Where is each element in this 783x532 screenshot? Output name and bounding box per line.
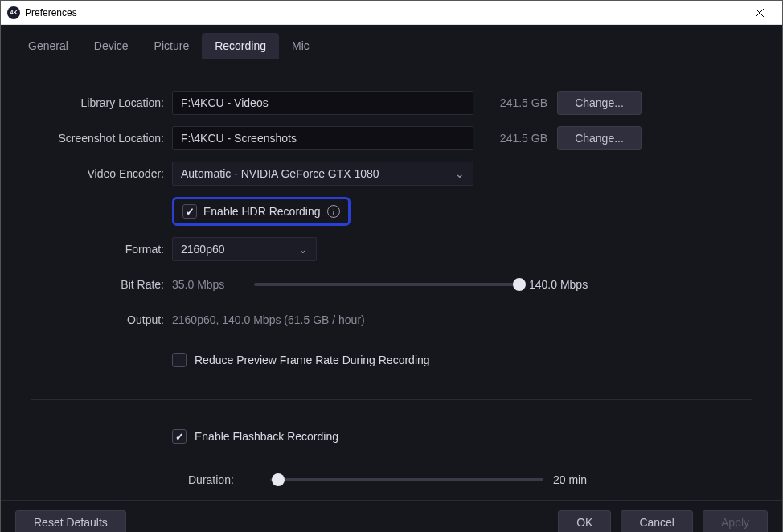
button-bar: Reset Defaults OK Cancel Apply [1,500,782,532]
output-value: 2160p60, 140.0 Mbps (61.5 GB / hour) [172,313,365,326]
format-label: Format: [31,243,172,256]
screenshot-size: 241.5 GB [483,132,547,145]
titlebar: 4K Preferences [1,1,782,25]
apply-button[interactable]: Apply [703,510,768,533]
tab-bar: General Device Picture Recording Mic [1,25,782,59]
library-location-label: Library Location: [31,96,172,109]
window-title: Preferences [25,7,744,18]
preferences-window: 4K Preferences General Device Picture Re… [0,0,783,532]
duration-label: Duration: [188,473,260,486]
output-label: Output: [31,313,172,326]
bitrate-min: 35.0 Mbps [172,278,244,291]
library-location-row: Library Location: 241.5 GB Change... [31,91,752,115]
duration-value: 20 min [553,473,633,486]
flashback-checkbox[interactable] [172,429,187,444]
library-size: 241.5 GB [483,96,547,109]
bitrate-row: Bit Rate: 35.0 Mbps 140.0 Mbps [31,272,752,297]
screenshot-location-row: Screenshot Location: 241.5 GB Change... [31,126,752,150]
bitrate-label: Bit Rate: [31,278,172,291]
reduce-preview-row: Reduce Preview Frame Rate During Recordi… [31,348,752,372]
screenshot-location-input[interactable] [172,126,473,150]
tab-recording[interactable]: Recording [202,33,279,59]
format-row: Format: 2160p60 ⌄ [31,237,752,261]
bitrate-max: 140.0 Mbps [529,278,609,291]
reduce-preview-checkbox[interactable] [172,353,187,367]
hdr-checkbox[interactable] [182,204,197,219]
flashback-label: Enable Flashback Recording [195,430,338,443]
video-encoder-value: Automatic - NVIDIA GeForce GTX 1080 [181,167,379,180]
app-icon: 4K [7,6,20,19]
video-encoder-label: Video Encoder: [31,167,172,180]
screenshot-change-button[interactable]: Change... [557,126,642,150]
video-encoder-select[interactable]: Automatic - NVIDIA GeForce GTX 1080 ⌄ [172,162,473,186]
settings-panel: Library Location: 241.5 GB Change... Scr… [1,59,782,500]
divider [31,399,752,400]
output-row: Output: 2160p60, 140.0 Mbps (61.5 GB / h… [31,308,752,332]
duration-thumb[interactable] [272,473,285,486]
bitrate-thumb[interactable] [513,278,526,291]
tab-device[interactable]: Device [81,33,141,59]
content-area: General Device Picture Recording Mic Lib… [1,25,782,532]
duration-slider[interactable] [270,478,543,481]
tab-mic[interactable]: Mic [279,33,322,59]
format-value: 2160p60 [181,243,225,256]
chevron-down-icon: ⌄ [298,243,308,256]
ok-button[interactable]: OK [558,510,611,533]
chevron-down-icon: ⌄ [455,167,465,180]
reduce-preview-label: Reduce Preview Frame Rate During Recordi… [195,354,430,366]
tab-general[interactable]: General [15,33,81,59]
close-icon [756,9,764,17]
format-select[interactable]: 2160p60 ⌄ [172,237,317,261]
hdr-highlight-box: Enable HDR Recording i [172,197,351,226]
library-change-button[interactable]: Change... [557,91,642,115]
screenshot-location-label: Screenshot Location: [31,132,172,145]
tab-picture[interactable]: Picture [141,33,203,59]
close-button[interactable] [744,1,776,25]
cancel-button[interactable]: Cancel [621,510,693,533]
flashback-enable-row: Enable Flashback Recording [31,424,752,448]
bitrate-slider[interactable] [254,283,519,286]
video-encoder-row: Video Encoder: Automatic - NVIDIA GeForc… [31,162,752,186]
reset-defaults-button[interactable]: Reset Defaults [15,510,126,533]
hdr-label: Enable HDR Recording [203,205,321,218]
info-icon[interactable]: i [327,205,340,218]
flashback-duration-row: Duration: 20 min [31,468,752,492]
hdr-row: Enable HDR Recording i [31,197,752,226]
library-location-input[interactable] [172,91,473,115]
